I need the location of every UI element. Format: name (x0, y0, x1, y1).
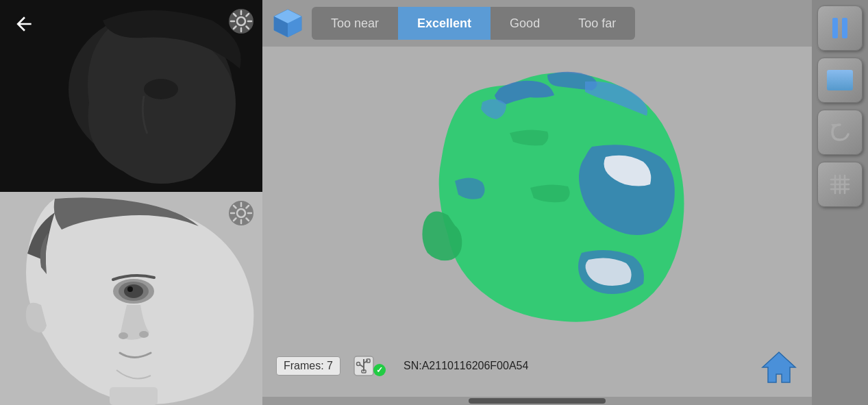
svg-rect-20 (110, 387, 158, 405)
tab-too-near[interactable]: Too near (312, 7, 398, 40)
cube-icon (271, 6, 305, 40)
usb-status-ok: ✓ (373, 364, 386, 376)
screen-button[interactable] (817, 58, 863, 103)
pause-icon (832, 18, 847, 38)
home-button[interactable] (760, 348, 798, 386)
grid-icon (827, 171, 853, 197)
camera-bottom (0, 192, 262, 405)
pause-bar-right (842, 18, 847, 38)
svg-point-2 (144, 79, 178, 99)
face-silhouette-top (0, 0, 262, 192)
camera-top (0, 0, 262, 192)
frames-counter: Frames: 7 (276, 356, 340, 376)
distance-tabs: Too near Excellent Good Too far (312, 7, 635, 40)
face-silhouette-bottom (0, 192, 262, 405)
bottom-bar: Frames: 7 ✓ SN:A2110116206F00A54 (262, 335, 812, 397)
grid-button[interactable] (817, 162, 863, 207)
gear-icon-bottom (228, 200, 254, 226)
head-scan-svg (373, 51, 702, 332)
svg-point-16 (124, 284, 143, 298)
pause-bar-left (832, 18, 838, 38)
tab-too-far[interactable]: Too far (559, 7, 635, 40)
back-button[interactable] (10, 10, 38, 38)
camera-bottom-face (0, 192, 262, 405)
settings-button-bottom[interactable] (228, 200, 254, 226)
right-sidebar (812, 0, 868, 405)
back-arrow-icon (13, 13, 35, 35)
undo-icon (827, 119, 853, 145)
serial-number: SN:A2110116206F00A54 (404, 360, 528, 372)
scrollbar[interactable] (262, 397, 812, 405)
svg-point-17 (127, 286, 133, 292)
settings-button-top[interactable] (228, 8, 254, 34)
svg-point-18 (119, 332, 128, 339)
left-panel (0, 0, 262, 405)
cube-icon-svg (271, 6, 305, 40)
scan-area (262, 47, 812, 335)
usb-icon (351, 354, 376, 378)
top-bar: Too near Excellent Good Too far (262, 0, 812, 47)
screen-icon (827, 70, 853, 90)
usb-indicator: ✓ (351, 354, 386, 378)
scrollbar-thumb[interactable] (469, 398, 606, 404)
tab-good[interactable]: Good (491, 7, 559, 40)
pause-button[interactable] (817, 5, 863, 51)
undo-button[interactable] (817, 110, 863, 155)
tab-excellent[interactable]: Excellent (398, 7, 491, 40)
camera-top-face (0, 0, 262, 192)
svg-marker-43 (762, 352, 795, 382)
svg-point-19 (139, 331, 149, 338)
gear-icon-top (228, 8, 254, 34)
home-icon-svg (760, 348, 798, 386)
main-panel: Too near Excellent Good Too far (262, 0, 812, 405)
